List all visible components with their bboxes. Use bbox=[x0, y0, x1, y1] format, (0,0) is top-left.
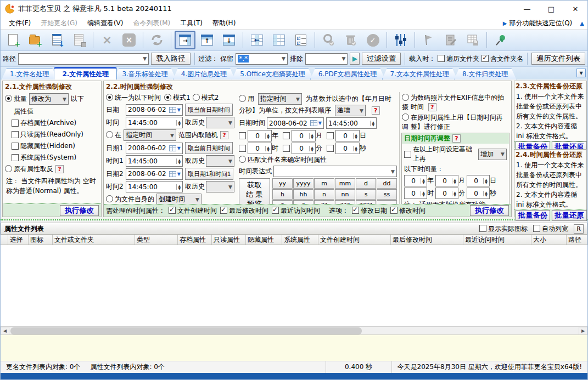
mode2-radio[interactable]: 模式2 bbox=[193, 93, 219, 103]
new-file-button[interactable]: ＋ bbox=[3, 31, 24, 49]
help-button[interactable]: ? bbox=[452, 134, 461, 143]
menu-file[interactable]: 文件(F) bbox=[4, 18, 36, 29]
second-checkbox[interactable] bbox=[327, 145, 334, 152]
take-current-datetime1-button[interactable]: 取当前日期时间 bbox=[185, 142, 233, 154]
collapse-up-icon[interactable]: ▲ bbox=[580, 20, 584, 26]
adj-day-input[interactable]: 0▲▼ bbox=[467, 175, 490, 186]
hour-input[interactable]: 0▲▼ bbox=[248, 143, 272, 154]
adj-year-input[interactable]: 0▲▼ bbox=[404, 175, 427, 186]
apply-filter-button[interactable]: ▶ bbox=[350, 53, 360, 65]
auto-column-width-checkbox[interactable]: 自动列宽 bbox=[533, 224, 568, 234]
day-input[interactable]: 0▲▼ bbox=[335, 130, 360, 141]
history2-combo[interactable]: ▼ bbox=[206, 181, 234, 192]
attr-archive-checkbox[interactable]: 存档属性(Archive) bbox=[12, 118, 99, 128]
year-checkbox[interactable] bbox=[239, 132, 246, 139]
load-list-button[interactable]: ↓ bbox=[47, 31, 68, 49]
delete-button[interactable]: × bbox=[97, 31, 117, 49]
adj-month-input[interactable]: 0▲▼ bbox=[435, 175, 458, 186]
menu-help[interactable]: 帮助(H) bbox=[208, 18, 240, 29]
adj-hour-input[interactable]: 0▲▼ bbox=[404, 188, 427, 199]
token-button[interactable]: yy bbox=[272, 178, 293, 189]
attr-readonly-checkbox[interactable]: 只读属性(ReadOnly) bbox=[12, 130, 99, 139]
help-button[interactable]: ? bbox=[55, 165, 64, 173]
time1-input[interactable]: 14:45:00▲▼ bbox=[126, 155, 183, 167]
token-button[interactable]: d bbox=[356, 178, 376, 189]
column-header-type[interactable]: 类型 bbox=[135, 235, 178, 245]
tab-text-attributes[interactable]: 7.文本文件属性处理 bbox=[382, 69, 457, 80]
month-checkbox[interactable] bbox=[283, 132, 290, 139]
time-restore-button[interactable]: 批量还原 bbox=[552, 210, 586, 221]
hour-checkbox[interactable] bbox=[239, 145, 246, 152]
tab-image-info[interactable]: 4.图片信息处理 bbox=[173, 69, 235, 80]
token-button[interactable]: * bbox=[272, 200, 293, 204]
panel-up-button[interactable]: ↑ bbox=[197, 31, 217, 49]
add-subtract-combo[interactable]: 增加▼ bbox=[478, 149, 507, 160]
time-backup-button[interactable]: 批量备份 bbox=[516, 210, 550, 221]
match-filename-radio[interactable]: 匹配文件名来确定时间属性 bbox=[239, 155, 327, 165]
token-button[interactable]: mm bbox=[335, 178, 355, 189]
column-header-size[interactable]: 大小 bbox=[531, 235, 567, 245]
exif-time-radio[interactable]: 为数码照片文件EXIF信息中的拍摄 时间 bbox=[402, 94, 504, 111]
base-time-input[interactable]: 14:45:00▲▼ bbox=[326, 117, 377, 129]
unify-time-radio[interactable]: 统一为以下时间 bbox=[106, 93, 161, 103]
time-expression-combo[interactable]: ▼ bbox=[273, 166, 397, 177]
token-button[interactable]: ss bbox=[377, 189, 397, 200]
date1-input[interactable]: 2008-06-02▼ bbox=[126, 143, 183, 154]
token-button[interactable]: h bbox=[272, 189, 293, 200]
search-button[interactable] bbox=[318, 31, 339, 49]
column-header-system[interactable]: 系统属性 bbox=[282, 235, 318, 245]
take-current-datetime-button[interactable]: 取当前日期时间 bbox=[185, 104, 233, 116]
self-time-combo[interactable]: 创建时间▼ bbox=[156, 194, 201, 204]
menu-edit-view[interactable]: 编辑查看(V) bbox=[82, 18, 128, 29]
panel-right-button[interactable]: → bbox=[175, 31, 195, 49]
day-checkbox[interactable] bbox=[327, 132, 334, 139]
invert-radio[interactable]: 原有属性取反 bbox=[5, 165, 53, 174]
token-button[interactable]: ?? bbox=[314, 200, 334, 204]
open-folder-button[interactable]: ＋ bbox=[25, 31, 46, 49]
base-mode-combo[interactable]: 指定时间▼ bbox=[258, 93, 302, 105]
order-combo[interactable]: 递增▼ bbox=[335, 105, 366, 116]
column-header-accessed[interactable]: 最近访问时间 bbox=[463, 235, 531, 245]
edit-list-button[interactable] bbox=[440, 31, 461, 49]
spinner-icon[interactable]: ▲▼ bbox=[370, 121, 374, 126]
exclude-filter-combo[interactable]: ▼ bbox=[305, 53, 348, 65]
access-time-checkbox[interactable]: 最近访问时间 bbox=[272, 206, 320, 215]
column-header-archive[interactable]: 存档属性 bbox=[178, 235, 212, 245]
delete-all-button[interactable]: × bbox=[119, 31, 139, 49]
range-radio[interactable]: 在 bbox=[106, 131, 121, 140]
refresh-button[interactable] bbox=[147, 31, 167, 49]
take-date1-time1-button[interactable]: 取日期1和时间1 bbox=[185, 168, 233, 180]
execute-time-modify-button[interactable]: 执行修改 bbox=[470, 205, 509, 216]
trash-check-button[interactable] bbox=[340, 31, 361, 49]
month-input[interactable]: 0▲▼ bbox=[292, 130, 316, 141]
minimize-button[interactable]: — bbox=[515, 1, 539, 17]
time-input[interactable]: 14:45:00▲▼ bbox=[126, 117, 183, 128]
filter-settings-button[interactable]: 过滤设置 bbox=[362, 53, 401, 65]
token-button[interactable]: dd bbox=[377, 178, 397, 189]
preview-result-button[interactable]: 获取结 果预览 bbox=[239, 178, 270, 204]
batch-radio[interactable]: 批量 bbox=[5, 94, 27, 104]
token-button[interactable]: ? bbox=[293, 200, 313, 204]
date-input[interactable]: 2008-06-02▼ bbox=[126, 104, 183, 116]
flag-button[interactable] bbox=[418, 31, 439, 49]
modify-clock-checkbox[interactable]: 修改时间 bbox=[390, 206, 425, 215]
menu-tools[interactable]: 工具(T) bbox=[175, 18, 208, 29]
load-path-button[interactable]: 载入路径 bbox=[151, 53, 190, 65]
column-header-created[interactable]: 文件创建时间 bbox=[318, 235, 391, 245]
filter-sliders-button[interactable] bbox=[390, 31, 411, 49]
token-button[interactable]: m bbox=[314, 178, 334, 189]
file-table-body[interactable] bbox=[1, 245, 587, 326]
attr-hidden-checkbox[interactable]: 隐藏属性(Hidden) bbox=[12, 141, 99, 151]
create-time-checkbox[interactable]: 文件创建时间 bbox=[169, 206, 217, 215]
panel-down-button[interactable]: ↓ bbox=[219, 31, 239, 49]
mode1-radio[interactable]: 模式1 bbox=[164, 93, 191, 103]
quick-locate[interactable]: ▶ 部分功能快速定位(Q) ▲ bbox=[503, 19, 587, 28]
tab-file-attributes[interactable]: 2.文件属性处理 bbox=[54, 67, 117, 80]
readjust-original-radio[interactable]: 在原时间属性上用【日期时间再调 整】进行修正 bbox=[402, 114, 503, 131]
year-input[interactable]: 0▲▼ bbox=[248, 130, 272, 141]
attr-system-checkbox[interactable]: 系统属性(System) bbox=[12, 153, 99, 162]
tab-list-dropdown[interactable]: ▼ bbox=[576, 69, 586, 77]
minute-input[interactable]: 0▲▼ bbox=[292, 143, 316, 154]
base-date-input[interactable]: 2008-06-02▼ bbox=[267, 117, 324, 129]
date2-input[interactable]: 2008-06-02▼ bbox=[126, 168, 183, 180]
